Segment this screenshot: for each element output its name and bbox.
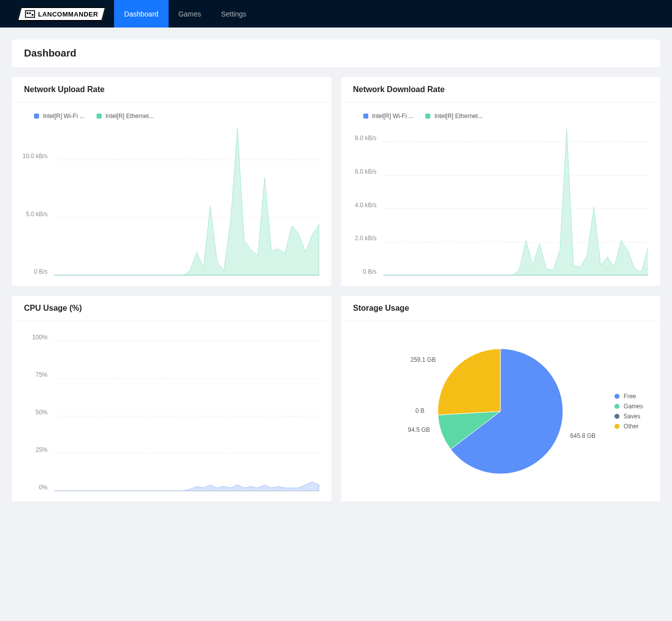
logo-icon: [25, 10, 35, 18]
nav-dashboard[interactable]: Dashboard: [114, 0, 169, 28]
download-chart: 0 B/s 2.0 kB/s 4.0 kB/s 6.0 kB/s 8.0 kB/…: [383, 126, 648, 276]
card-title: Network Upload Rate: [12, 77, 331, 103]
app-header: LANCOMMANDER Dashboard Games Settings: [0, 0, 672, 28]
card-title: Storage Usage: [341, 296, 660, 321]
upload-chart: 0 B/s 5.0 kB/s 10.0 kB/s: [54, 126, 319, 276]
brand-name: LANCOMMANDER: [38, 10, 98, 18]
pie-legend: Free Games Saves Other: [614, 390, 643, 433]
page-header: Dashboard: [12, 40, 660, 67]
cpu-chart: 0% 25% 50% 75% 100%: [54, 341, 319, 491]
legend-games[interactable]: Games: [614, 403, 643, 410]
legend-other[interactable]: Other: [614, 423, 643, 430]
nav-settings[interactable]: Settings: [211, 0, 257, 28]
card-storage: Storage Usage 259.1 GB 0 B 94.5 GB 645.8…: [341, 296, 660, 501]
svg-rect-1: [27, 12, 28, 14]
card-upload: Network Upload Rate Intel[R] Wi-Fi ... I…: [12, 77, 331, 286]
main-nav: Dashboard Games Settings: [114, 0, 256, 28]
legend-ethernet[interactable]: Intel[R] Ethernet...: [97, 113, 154, 120]
pie-label-saves: 0 B: [415, 407, 424, 414]
legend-ethernet[interactable]: Intel[R] Ethernet...: [425, 113, 483, 120]
legend-free[interactable]: Free: [614, 393, 643, 400]
card-download: Network Download Rate Intel[R] Wi-Fi ...…: [341, 77, 660, 286]
legend-wifi[interactable]: Intel[R] Wi-Fi ...: [34, 113, 85, 120]
pie-label-free: 645.8 GB: [570, 432, 596, 439]
chart-legend: Intel[R] Wi-Fi ... Intel[R] Ethernet...: [24, 113, 319, 120]
svg-rect-2: [29, 12, 31, 14]
page-title: Dashboard: [24, 48, 648, 59]
card-title: Network Download Rate: [341, 77, 660, 103]
page-content: Dashboard Network Upload Rate Intel[R] W…: [0, 28, 672, 513]
dashboard-grid: Network Upload Rate Intel[R] Wi-Fi ... I…: [12, 77, 660, 501]
storage-chart: 259.1 GB 0 B 94.5 GB 645.8 GB Free Games…: [353, 331, 648, 491]
pie-label-games: 94.5 GB: [408, 426, 430, 433]
pie-label-other: 259.1 GB: [410, 356, 436, 363]
svg-rect-3: [32, 14, 33, 16]
card-cpu: CPU Usage (%) 0% 25% 50% 75% 100%: [12, 296, 331, 501]
card-title: CPU Usage (%): [12, 296, 331, 321]
nav-games[interactable]: Games: [169, 0, 211, 28]
legend-saves[interactable]: Saves: [614, 413, 643, 420]
legend-wifi[interactable]: Intel[R] Wi-Fi ...: [363, 113, 414, 120]
chart-legend: Intel[R] Wi-Fi ... Intel[R] Ethernet...: [353, 113, 648, 120]
brand-logo[interactable]: LANCOMMANDER: [17, 7, 106, 21]
